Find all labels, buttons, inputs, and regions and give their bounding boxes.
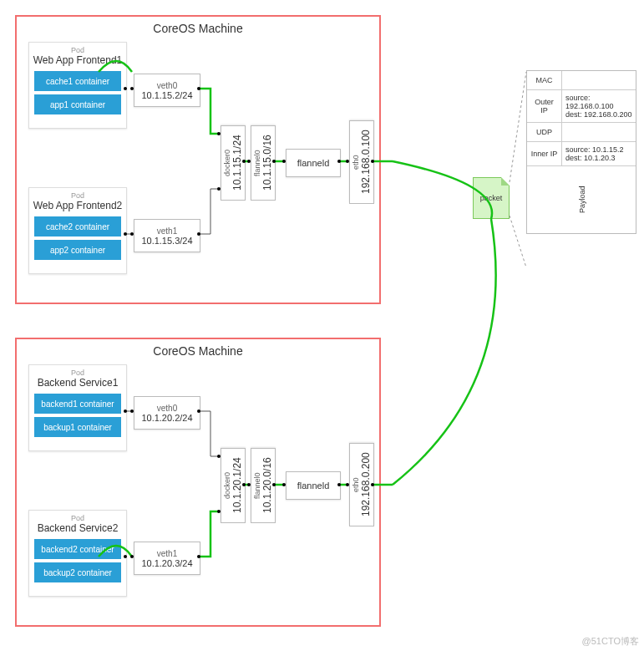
container-cache2: cache2 container [34, 216, 121, 236]
veth1-ip-2: 10.1.20.3/24 [141, 558, 192, 568]
veth1-name: veth1 [157, 226, 177, 236]
pod-title: Backend Service1 [29, 377, 126, 389]
packet-table: MAC Outer IP source: 192.168.0.100 dest:… [526, 70, 636, 234]
flannel0-box: flannel0 10.1.15.0/16 [251, 125, 276, 201]
veth0-ip: 10.1.15.2/24 [141, 90, 192, 100]
packet-row-payload: Payload [527, 166, 636, 233]
container-backend2: backend2 container [34, 539, 121, 559]
pod-title: Web App Frontend1 [29, 54, 126, 66]
eth0-box-2: eth0 192.168.0.200 [349, 443, 374, 526]
flanneld-box-2: flanneld [286, 471, 341, 500]
packet-row-outerip: Outer IP source: 192.168.0.100 dest: 192… [527, 90, 636, 123]
pod-backend2: Pod Backend Service2 backend2 container … [28, 510, 127, 597]
veth0-box-2: veth0 10.1.20.2/24 [134, 396, 200, 430]
packet-label: packet [480, 194, 503, 202]
eth0-name-2: eth0 [352, 477, 360, 492]
pod-title: Web App Frontend2 [29, 200, 126, 211]
flanneld-label: flanneld [297, 158, 330, 168]
packet-info: source: 192.168.0.100 dest: 192.168.0.20… [562, 90, 636, 122]
veth1-ip: 10.1.15.3/24 [141, 236, 192, 246]
eth0-ip: 192.168.0.100 [360, 130, 372, 195]
packet-layer: Outer IP [527, 90, 562, 122]
pod-label: Pod [29, 514, 126, 522]
pod-title: Backend Service2 [29, 522, 126, 534]
packet-info: source: 10.1.15.2 dest: 10.1.20.3 [562, 142, 636, 165]
packet-row-innerip: Inner IP source: 10.1.15.2 dest: 10.1.20… [527, 142, 636, 166]
machine-2: CoreOS Machine Pod Backend Service1 back… [15, 338, 381, 627]
packet-row-udp: UDP [527, 123, 636, 142]
container-app2: app2 container [34, 240, 121, 260]
packet-icon: packet [473, 177, 510, 219]
docker0-box-2: docker0 10.1.20.1/24 [221, 448, 246, 523]
container-backup2: backup2 container [34, 562, 121, 582]
pod-label: Pod [29, 191, 126, 200]
docker0-name-2: docker0 [223, 472, 231, 499]
flanneld-label-2: flanneld [297, 481, 330, 491]
veth1-name-2: veth1 [157, 549, 177, 558]
docker0-box: docker0 10.1.15.1/24 [221, 125, 246, 201]
packet-layer: UDP [527, 123, 562, 141]
pod-label: Pod [29, 46, 126, 54]
packet-row-mac: MAC [527, 71, 636, 90]
machine-1: CoreOS Machine Pod Web App Frontend1 cac… [15, 15, 381, 304]
flanneld-box: flanneld [286, 149, 341, 177]
packet-layer: Inner IP [527, 142, 562, 165]
flannel0-ip: 10.1.15.0/16 [261, 135, 273, 191]
pod-label: Pod [29, 369, 126, 377]
machine-2-title: CoreOS Machine [17, 344, 379, 358]
flannel0-name-2: flannel0 [253, 472, 261, 499]
veth0-ip-2: 10.1.20.2/24 [141, 413, 192, 423]
packet-info [562, 71, 636, 89]
eth0-box: eth0 192.168.0.100 [349, 120, 374, 204]
veth0-box: veth0 10.1.15.2/24 [134, 74, 200, 107]
flannel0-ip-2: 10.1.20.0/16 [261, 458, 273, 514]
watermark: @51CTO博客 [582, 635, 639, 648]
veth1-box-2: veth1 10.1.20.3/24 [134, 542, 200, 575]
packet-layer: Payload [527, 166, 637, 233]
eth0-ip-2: 192.168.0.200 [360, 453, 372, 517]
veth0-name: veth0 [157, 81, 177, 90]
veth0-name-2: veth0 [157, 404, 177, 413]
flannel0-box-2: flannel0 10.1.20.0/16 [251, 448, 276, 523]
container-app1: app1 container [34, 94, 121, 114]
eth0-name: eth0 [352, 155, 360, 170]
docker0-name: docker0 [223, 150, 231, 176]
flannel0-name: flannel0 [253, 150, 261, 176]
pod-backend1: Pod Backend Service1 backend1 container … [28, 364, 127, 451]
pod-frontend1: Pod Web App Frontend1 cache1 container a… [28, 42, 127, 129]
pod-frontend2: Pod Web App Frontend2 cache2 container a… [28, 187, 127, 274]
container-backend1: backend1 container [34, 394, 121, 414]
container-backup1: backup1 container [34, 417, 121, 437]
machine-1-title: CoreOS Machine [17, 22, 379, 35]
packet-info [562, 123, 636, 141]
veth1-box: veth1 10.1.15.3/24 [134, 219, 200, 252]
docker0-ip-2: 10.1.20.1/24 [231, 458, 243, 514]
packet-layer: MAC [527, 71, 562, 89]
container-cache1: cache1 container [34, 71, 121, 91]
docker0-ip: 10.1.15.1/24 [231, 135, 243, 191]
